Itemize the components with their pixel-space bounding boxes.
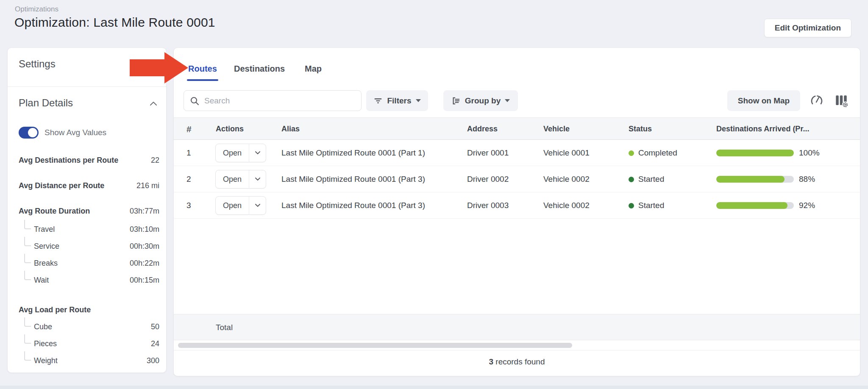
toggle-knob	[28, 128, 37, 137]
route-alias: Last Mile Optimized Route 0001 (Part 3)	[281, 166, 425, 192]
open-button[interactable]: Open	[215, 144, 266, 162]
plan-details-header[interactable]: Plan Details	[19, 97, 73, 109]
route-address: Driver 0001	[467, 140, 509, 166]
tab-map[interactable]: Map	[305, 64, 322, 74]
table-row[interactable]: 3 Open Last Mile Optimized Route 0001 (P…	[174, 192, 860, 219]
chevron-down-icon	[505, 99, 510, 102]
col-status[interactable]: Status	[629, 118, 652, 140]
stat-avg-route-duration: Avg Route Duration 03h:77m	[8, 207, 166, 218]
stat-label: Breaks	[34, 259, 58, 268]
table-row[interactable]: 1 Open Last Mile Optimized Route 0001 (P…	[174, 140, 860, 166]
settings-title: Settings	[19, 58, 56, 70]
stat-avg-destinations: Avg Destinations per Route 22	[8, 156, 166, 167]
progress-percent: 92%	[799, 192, 815, 219]
horizontal-scrollbar[interactable]	[178, 343, 572, 348]
stat-value: 22	[151, 156, 159, 165]
row-number: 2	[186, 166, 191, 192]
search-box	[184, 90, 362, 111]
breadcrumb[interactable]: Optimizations	[15, 5, 58, 14]
stat-avg-distance: Avg Distance per Route 216 mi	[8, 181, 166, 192]
tab-routes[interactable]: Routes	[188, 64, 217, 74]
page-title: Optimization: Last Mile Route 0001	[14, 15, 215, 30]
show-on-map-button[interactable]: Show on Map	[727, 90, 800, 111]
stat-label: Avg Destinations per Route	[19, 156, 118, 165]
stat-value: 03h:10m	[130, 225, 159, 234]
stat-value: 00h:15m	[130, 276, 159, 285]
col-vehicle[interactable]: Vehicle	[543, 118, 570, 140]
chevron-up-icon[interactable]	[150, 101, 157, 106]
window-bottom-edge	[0, 386, 868, 389]
chevron-down-icon[interactable]	[249, 144, 266, 162]
chevron-down-icon[interactable]	[249, 197, 266, 214]
divider	[174, 350, 860, 350]
group-by-button[interactable]: Group by	[443, 90, 518, 111]
stat-value: 00h:22m	[130, 259, 159, 268]
stat-avg-load: Avg Load per Route	[8, 306, 166, 317]
stat-value: 300	[147, 356, 159, 365]
stat-label: Service	[34, 242, 59, 251]
search-input[interactable]	[204, 91, 357, 110]
col-destinations-arrived[interactable]: Destinations Arrived (Pr...	[716, 118, 809, 140]
records-found: 3 records found	[174, 357, 860, 367]
column-settings-icon[interactable]	[834, 94, 849, 108]
route-address: Driver 0002	[467, 166, 509, 192]
progress-fill	[716, 202, 787, 209]
route-address: Driver 0003	[467, 192, 509, 219]
open-button[interactable]: Open	[215, 196, 266, 215]
stat-label: Travel	[34, 225, 55, 234]
toggle-label: Show Avg Values	[45, 128, 106, 137]
tree-connector-icon	[24, 271, 31, 280]
filters-label: Filters	[387, 96, 411, 106]
show-on-map-label: Show on Map	[738, 96, 790, 106]
open-button-label[interactable]: Open	[216, 144, 249, 162]
tree-connector-icon	[24, 334, 31, 344]
progress-bar	[716, 150, 794, 156]
stat-travel: Travel 03h:10m	[8, 225, 166, 236]
stat-value: 216 mi	[136, 181, 159, 190]
open-button-label[interactable]: Open	[216, 197, 249, 214]
stat-cube: Cube 50	[8, 322, 166, 333]
progress-bar	[716, 176, 794, 183]
col-alias[interactable]: Alias	[281, 118, 300, 140]
route-alias: Last Mile Optimized Route 0001 (Part 1)	[281, 140, 425, 166]
group-list-icon	[451, 96, 461, 106]
stat-label: Cube	[34, 322, 52, 331]
route-vehicle: Vehicle 0001	[543, 140, 590, 166]
route-vehicle: Vehicle 0002	[543, 166, 590, 192]
col-number[interactable]: #	[186, 118, 192, 140]
open-button-label[interactable]: Open	[216, 170, 249, 188]
gauge-icon[interactable]	[810, 94, 824, 108]
chevron-down-icon[interactable]	[249, 170, 266, 188]
open-button[interactable]: Open	[215, 170, 266, 189]
col-address[interactable]: Address	[467, 118, 498, 140]
stat-label: Weight	[34, 356, 58, 365]
edit-optimization-button[interactable]: Edit Optimization	[764, 19, 851, 37]
col-actions[interactable]: Actions	[216, 118, 244, 140]
tree-connector-icon	[24, 351, 31, 361]
annotation-arrow-icon	[130, 51, 189, 85]
row-number: 3	[186, 192, 191, 219]
stat-label: Avg Route Duration	[19, 207, 90, 216]
show-avg-values-toggle[interactable]	[19, 127, 39, 139]
stat-pieces: Pieces 24	[8, 339, 166, 350]
status-label: Started	[638, 166, 664, 192]
total-row: Total	[174, 314, 860, 340]
status-dot	[629, 203, 634, 208]
stat-service: Service 00h:30m	[8, 242, 166, 253]
status-dot	[629, 177, 634, 182]
stat-breaks: Breaks 00h:22m	[8, 259, 166, 270]
route-alias: Last Mile Optimized Route 0001 (Part 3)	[281, 192, 425, 219]
group-by-label: Group by	[465, 96, 501, 106]
filters-button[interactable]: Filters	[366, 90, 428, 111]
stat-wait: Wait 00h:15m	[8, 276, 166, 287]
progress-fill	[716, 176, 785, 183]
tab-destinations[interactable]: Destinations	[234, 64, 285, 74]
divider	[8, 86, 166, 87]
progress-percent: 88%	[799, 166, 815, 192]
filter-icon	[373, 96, 383, 106]
table-row[interactable]: 2 Open Last Mile Optimized Route 0001 (P…	[174, 166, 860, 192]
stat-value: 24	[151, 339, 159, 348]
stat-label: Avg Load per Route	[19, 306, 91, 314]
chevron-down-icon	[416, 99, 421, 102]
tree-connector-icon	[24, 317, 31, 327]
